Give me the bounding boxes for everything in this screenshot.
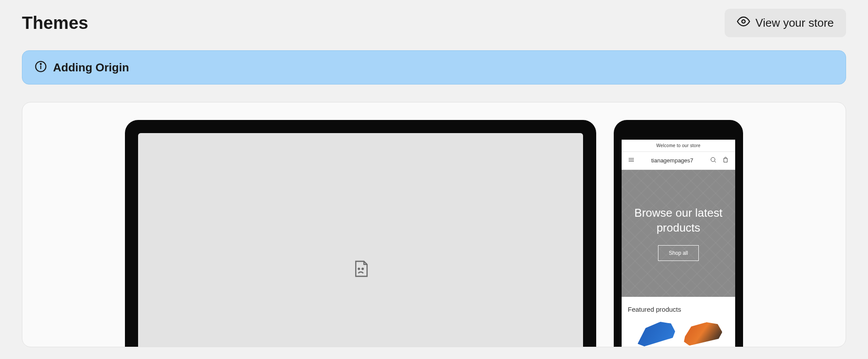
- mobile-announcement-bar: Welcome to our store: [622, 140, 735, 152]
- product-thumbnail[interactable]: [633, 319, 677, 345]
- mobile-store-name: tianagempages7: [651, 158, 693, 164]
- cart-icon[interactable]: [722, 156, 729, 165]
- mobile-hero-title: Browse our latest products: [622, 206, 735, 236]
- featured-products-title: Featured products: [628, 306, 729, 313]
- banner-text: Adding Origin: [53, 61, 129, 74]
- svg-point-0: [742, 20, 746, 23]
- svg-line-10: [715, 161, 716, 162]
- svg-point-3: [40, 63, 41, 64]
- info-banner: Adding Origin: [22, 50, 846, 84]
- mobile-featured-section: Featured products: [622, 297, 735, 345]
- view-store-label: View your store: [755, 16, 834, 30]
- svg-point-9: [711, 158, 715, 162]
- desktop-preview-screen: [138, 133, 583, 347]
- view-store-button[interactable]: View your store: [725, 9, 846, 37]
- mobile-header: tianagempages7: [622, 152, 735, 170]
- page-title: Themes: [22, 13, 88, 33]
- svg-point-4: [358, 268, 359, 270]
- mobile-preview-screen: Welcome to our store tianagempages7: [622, 140, 735, 347]
- mobile-hero-section: Browse our latest products Shop all: [622, 170, 735, 297]
- desktop-preview-frame: [125, 120, 596, 347]
- svg-point-5: [362, 268, 363, 270]
- eye-icon: [737, 15, 750, 31]
- info-icon: [35, 60, 47, 74]
- mobile-products-row: [628, 319, 729, 345]
- hamburger-menu-icon[interactable]: [628, 156, 635, 165]
- product-thumbnail[interactable]: [680, 319, 724, 345]
- mobile-preview-frame: Welcome to our store tianagempages7: [614, 120, 743, 347]
- search-icon[interactable]: [710, 156, 717, 165]
- shop-all-button[interactable]: Shop all: [658, 245, 699, 261]
- broken-page-icon: [353, 260, 369, 278]
- theme-preview-card: Welcome to our store tianagempages7: [22, 102, 846, 347]
